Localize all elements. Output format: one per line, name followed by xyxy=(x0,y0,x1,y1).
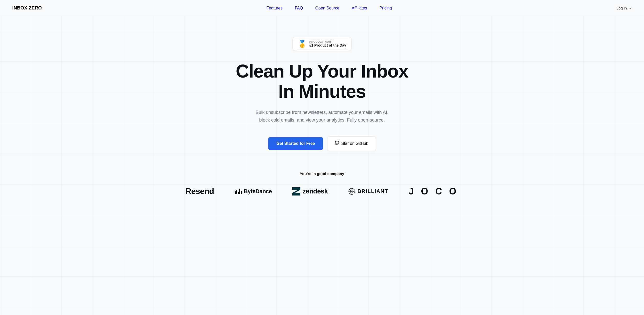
nav-item-pricing[interactable]: Pricing xyxy=(379,6,392,10)
site-logo[interactable]: INBOX ZERO xyxy=(12,5,42,11)
github-button[interactable]: Star on GitHub xyxy=(327,136,376,151)
hero-subtext: Bulk unsubscribe from newsletters, autom… xyxy=(250,109,394,124)
brilliant-logo-text: BRILLIANT xyxy=(357,188,388,194)
nav-item-features[interactable]: Features xyxy=(266,6,282,10)
medal-icon: 🥇 xyxy=(298,40,307,48)
product-hunt-text: PRODUCT HUNT #1 Product of the Day xyxy=(309,40,346,47)
nav-links: Features FAQ Open Source Affiliates Pric… xyxy=(266,6,392,10)
nav-item-faq[interactable]: FAQ xyxy=(295,6,303,10)
heading-line1: Clean Up Your Inbox xyxy=(236,61,408,81)
heading-line2: In Minutes xyxy=(278,81,366,102)
joco-logo-text: J O C O xyxy=(409,186,459,197)
company-brilliant: BRILLIANT xyxy=(348,188,388,195)
brilliant-icon xyxy=(348,188,355,195)
svg-marker-0 xyxy=(292,187,300,195)
navbar: INBOX ZERO Features FAQ Open Source Affi… xyxy=(0,0,644,16)
cta-group: Get Started for Free Star on GitHub xyxy=(268,136,376,151)
company-bytedance: ByteDance xyxy=(235,188,272,195)
social-proof-label: You're in good company xyxy=(300,171,344,176)
company-resend: Resend xyxy=(185,187,214,196)
product-hunt-title: #1 Product of the Day xyxy=(309,43,346,47)
nav-item-affiliates[interactable]: Affiliates xyxy=(352,6,367,10)
resend-logo-text: Resend xyxy=(185,187,214,196)
nav-item-open-source[interactable]: Open Source xyxy=(315,6,339,10)
social-proof-section: You're in good company Resend ByteDance xyxy=(0,171,644,212)
zendesk-logo-text: zendesk xyxy=(302,187,328,195)
company-zendesk: zendesk xyxy=(292,187,328,195)
product-hunt-label: PRODUCT HUNT xyxy=(309,40,346,43)
login-link[interactable]: Log in → xyxy=(616,6,632,10)
company-logos: Resend ByteDance zendesk xyxy=(169,186,476,197)
bytedance-icon xyxy=(235,189,242,194)
company-joco: J O C O xyxy=(409,186,459,197)
main-content: 🥇 PRODUCT HUNT #1 Product of the Day Cle… xyxy=(0,16,644,212)
hero-heading: Clean Up Your Inbox In Minutes xyxy=(236,61,408,102)
get-started-button[interactable]: Get Started for Free xyxy=(268,137,323,150)
zendesk-icon xyxy=(292,187,300,195)
product-hunt-badge[interactable]: 🥇 PRODUCT HUNT #1 Product of the Day xyxy=(292,37,352,51)
github-button-label: Star on GitHub xyxy=(341,141,368,146)
bytedance-logo-text: ByteDance xyxy=(244,188,272,195)
github-icon xyxy=(335,141,339,147)
